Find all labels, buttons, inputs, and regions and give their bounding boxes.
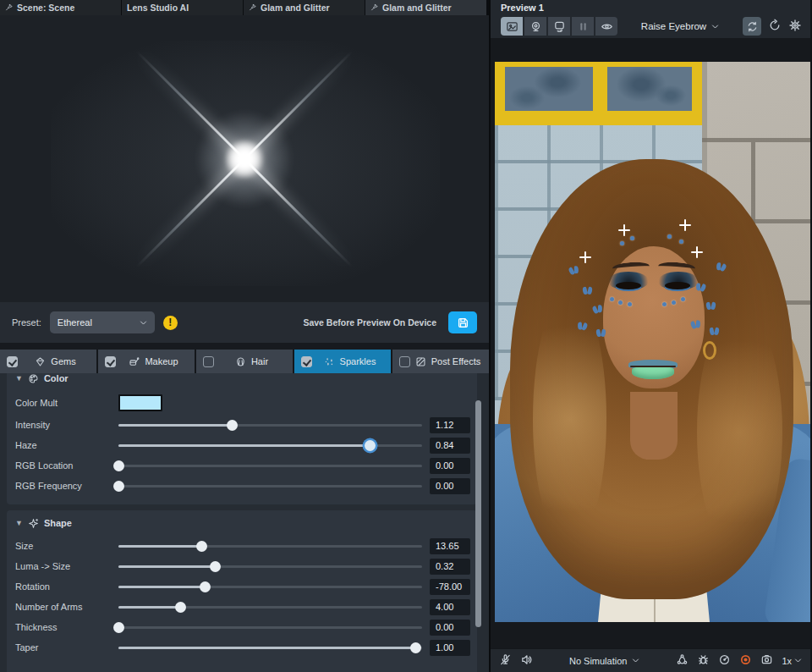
property-value[interactable]: 13.65: [430, 538, 470, 554]
slider-track[interactable]: [118, 642, 422, 653]
property-label: Size: [15, 541, 118, 551]
image-preview-button[interactable]: [501, 17, 523, 36]
pin-icon: [370, 3, 379, 12]
color-section: ▼ Color Color Mult Intensity 1.12 Haze: [7, 373, 477, 504]
tab-post-effects[interactable]: Post Effects: [392, 350, 489, 373]
shape-section-header[interactable]: ▼ Shape: [15, 515, 470, 531]
preset-row: Preset: Ethereal ! Save Before Preview O…: [0, 302, 489, 343]
tab-glam-and-glitter-2[interactable]: Glam and Glitter: [365, 0, 486, 15]
slider-thumb[interactable]: [210, 561, 221, 572]
slider-track[interactable]: [118, 560, 422, 572]
slider-track[interactable]: [118, 581, 422, 592]
butterfly-makeup: [710, 328, 719, 335]
warning-icon: !: [163, 316, 178, 330]
gems-checkbox[interactable]: [7, 356, 18, 367]
property-value[interactable]: 1.00: [430, 640, 470, 656]
tab-gems[interactable]: Gems: [0, 350, 96, 373]
property-label: Rotation: [15, 581, 118, 592]
device-mirror-icon: [553, 20, 566, 33]
tab-glam-and-glitter-1[interactable]: Glam and Glitter: [244, 0, 365, 15]
save-button[interactable]: [448, 311, 477, 333]
preview-settings-button[interactable]: [788, 19, 802, 34]
slider-thumb[interactable]: [113, 460, 124, 471]
hair-checkbox[interactable]: [203, 356, 214, 367]
chevron-down-icon: [711, 23, 719, 30]
shape-icon: [28, 518, 39, 529]
preset-dropdown[interactable]: Ethereal: [50, 311, 155, 333]
property-row: Thickness 0.00: [15, 617, 470, 637]
slider-track[interactable]: [118, 480, 422, 492]
property-row: Intensity 1.12: [15, 415, 470, 435]
property-value[interactable]: 0.00: [430, 458, 470, 474]
property-value[interactable]: 1.12: [430, 417, 470, 433]
record-button[interactable]: [739, 653, 752, 668]
device-mirror-button[interactable]: [548, 17, 570, 36]
scrollbar-thumb[interactable]: [475, 400, 481, 627]
yellow-window: [495, 62, 702, 125]
window-pane: [607, 67, 692, 111]
post-effects-checkbox[interactable]: [399, 356, 410, 367]
microphone-muted-button[interactable]: [499, 653, 512, 668]
slider-thumb[interactable]: [365, 440, 376, 451]
slider-thumb[interactable]: [200, 581, 211, 592]
lens-studio-window: Scene: Scene Lens Studio AI Glam and Gli…: [0, 0, 812, 672]
performance-button[interactable]: [718, 653, 731, 668]
record-icon: [739, 653, 752, 666]
tab-makeup[interactable]: Makeup: [98, 350, 195, 373]
property-value[interactable]: 0.84: [430, 438, 470, 454]
debug-button[interactable]: [697, 653, 710, 668]
property-label: RGB Location: [15, 460, 118, 471]
tab-sparkles[interactable]: Sparkles: [294, 350, 391, 373]
trigger-dropdown[interactable]: Raise Eyebrow: [623, 21, 738, 31]
slider-thumb[interactable]: [113, 481, 124, 492]
sync-preview-button[interactable]: [743, 17, 761, 36]
tab-label: Glam and Glitter: [382, 3, 452, 13]
property-label: Haze: [15, 440, 118, 450]
property-row: Haze 0.84: [15, 435, 470, 455]
zoom-label: 1x: [782, 656, 792, 666]
tab-hair[interactable]: Hair: [196, 350, 293, 373]
sparkle-glint: [618, 224, 630, 236]
slider-track[interactable]: [118, 419, 422, 431]
property-value[interactable]: -78.00: [430, 579, 470, 595]
nodes-button[interactable]: [676, 653, 689, 668]
simulation-dropdown[interactable]: No Simulation: [541, 656, 667, 666]
shape-section-title: Shape: [44, 518, 72, 528]
slider-track[interactable]: [118, 540, 422, 552]
speaker-button[interactable]: [520, 653, 533, 668]
slider-thumb[interactable]: [175, 602, 186, 613]
webcam-button[interactable]: [524, 17, 546, 36]
divider: [0, 343, 489, 350]
property-value[interactable]: 0.32: [430, 559, 470, 575]
slider-thumb[interactable]: [196, 541, 207, 552]
chevron-down-icon: [140, 319, 147, 327]
slider-thumb[interactable]: [227, 420, 238, 431]
pause-button[interactable]: [572, 17, 594, 36]
document-tab-bar: Scene: Scene Lens Studio AI Glam and Gli…: [0, 0, 489, 15]
snapshot-button[interactable]: [760, 653, 773, 668]
sparkle-glint: [579, 251, 591, 263]
tab-scene[interactable]: Scene: Scene: [0, 0, 121, 15]
sparkles-checkbox[interactable]: [301, 356, 312, 367]
zoom-dropdown[interactable]: 1x: [782, 656, 802, 666]
makeup-checkbox[interactable]: [105, 356, 116, 367]
slider-track[interactable]: [118, 460, 422, 471]
color-swatch[interactable]: [118, 394, 162, 411]
slider-track[interactable]: [118, 621, 422, 633]
property-value[interactable]: 0.00: [430, 620, 470, 636]
slider-track[interactable]: [118, 439, 422, 451]
reset-preview-button[interactable]: [768, 19, 782, 34]
left-panel: Scene: Scene Lens Studio AI Glam and Gli…: [0, 0, 491, 672]
color-section-header[interactable]: ▼ Color: [15, 373, 470, 386]
butterfly-makeup: [577, 322, 587, 331]
property-label: RGB Frequency: [15, 481, 118, 491]
eye-button[interactable]: [595, 17, 617, 36]
slider-thumb[interactable]: [410, 642, 421, 653]
tab-lens-studio-ai[interactable]: Lens Studio AI: [122, 0, 243, 15]
slider-thumb[interactable]: [113, 622, 124, 633]
sparkles-icon: [324, 356, 335, 367]
slider-track[interactable]: [118, 601, 422, 613]
window-pane: [505, 67, 593, 111]
property-value[interactable]: 4.00: [430, 599, 470, 615]
property-value[interactable]: 0.00: [430, 478, 470, 494]
